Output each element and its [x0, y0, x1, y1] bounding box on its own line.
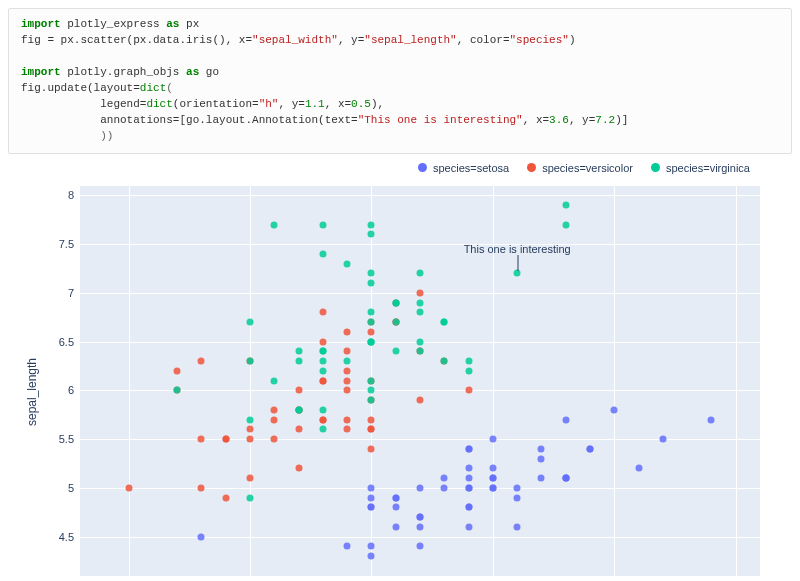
data-point[interactable] — [295, 406, 302, 413]
data-point[interactable] — [417, 338, 424, 345]
scatter-chart[interactable]: species=setosa species=versicolor specie… — [10, 162, 790, 582]
data-point[interactable] — [465, 445, 472, 452]
data-point[interactable] — [417, 523, 424, 530]
data-point[interactable] — [465, 465, 472, 472]
data-point[interactable] — [441, 358, 448, 365]
data-point[interactable] — [635, 465, 642, 472]
data-point[interactable] — [344, 416, 351, 423]
data-point[interactable] — [514, 484, 521, 491]
legend-item-versicolor[interactable]: species=versicolor — [527, 162, 633, 174]
data-point[interactable] — [319, 250, 326, 257]
legend-item-setosa[interactable]: species=setosa — [418, 162, 509, 174]
data-point[interactable] — [247, 416, 254, 423]
data-point[interactable] — [295, 348, 302, 355]
data-point[interactable] — [417, 397, 424, 404]
data-point[interactable] — [562, 416, 569, 423]
data-point[interactable] — [198, 533, 205, 540]
data-point[interactable] — [417, 270, 424, 277]
data-point[interactable] — [417, 348, 424, 355]
data-point[interactable] — [489, 484, 496, 491]
data-point[interactable] — [344, 387, 351, 394]
data-point[interactable] — [198, 358, 205, 365]
data-point[interactable] — [368, 543, 375, 550]
data-point[interactable] — [319, 416, 326, 423]
data-point[interactable] — [441, 484, 448, 491]
data-point[interactable] — [562, 221, 569, 228]
data-point[interactable] — [319, 309, 326, 316]
data-point[interactable] — [465, 387, 472, 394]
data-point[interactable] — [344, 260, 351, 267]
data-point[interactable] — [465, 358, 472, 365]
data-point[interactable] — [319, 358, 326, 365]
data-point[interactable] — [465, 484, 472, 491]
data-point[interactable] — [392, 299, 399, 306]
data-point[interactable] — [368, 280, 375, 287]
plot-area[interactable]: 4.555.566.577.5822.533.544.5This one is … — [80, 186, 760, 576]
data-point[interactable] — [538, 475, 545, 482]
data-point[interactable] — [392, 523, 399, 530]
data-point[interactable] — [271, 436, 278, 443]
data-point[interactable] — [247, 319, 254, 326]
data-point[interactable] — [344, 358, 351, 365]
data-point[interactable] — [247, 358, 254, 365]
data-point[interactable] — [489, 465, 496, 472]
data-point[interactable] — [295, 358, 302, 365]
data-point[interactable] — [247, 475, 254, 482]
data-point[interactable] — [392, 494, 399, 501]
data-point[interactable] — [465, 523, 472, 530]
data-point[interactable] — [368, 221, 375, 228]
data-point[interactable] — [368, 484, 375, 491]
data-point[interactable] — [368, 319, 375, 326]
data-point[interactable] — [587, 445, 594, 452]
data-point[interactable] — [514, 523, 521, 530]
data-point[interactable] — [198, 436, 205, 443]
data-point[interactable] — [562, 475, 569, 482]
data-point[interactable] — [368, 377, 375, 384]
data-point[interactable] — [368, 553, 375, 560]
data-point[interactable] — [538, 455, 545, 462]
data-point[interactable] — [368, 397, 375, 404]
data-point[interactable] — [489, 475, 496, 482]
data-point[interactable] — [174, 387, 181, 394]
data-point[interactable] — [489, 436, 496, 443]
data-point[interactable] — [441, 319, 448, 326]
data-point[interactable] — [271, 377, 278, 384]
data-point[interactable] — [368, 338, 375, 345]
data-point[interactable] — [222, 494, 229, 501]
data-point[interactable] — [368, 445, 375, 452]
legend-item-virginica[interactable]: species=virginica — [651, 162, 750, 174]
data-point[interactable] — [611, 406, 618, 413]
data-point[interactable] — [344, 348, 351, 355]
data-point[interactable] — [368, 231, 375, 238]
data-point[interactable] — [368, 328, 375, 335]
data-point[interactable] — [392, 504, 399, 511]
data-point[interactable] — [319, 338, 326, 345]
data-point[interactable] — [271, 406, 278, 413]
data-point[interactable] — [174, 367, 181, 374]
data-point[interactable] — [319, 367, 326, 374]
data-point[interactable] — [368, 309, 375, 316]
data-point[interactable] — [417, 309, 424, 316]
data-point[interactable] — [465, 475, 472, 482]
data-point[interactable] — [125, 484, 132, 491]
data-point[interactable] — [271, 416, 278, 423]
data-point[interactable] — [344, 367, 351, 374]
data-point[interactable] — [368, 387, 375, 394]
data-point[interactable] — [514, 494, 521, 501]
data-point[interactable] — [247, 426, 254, 433]
data-point[interactable] — [319, 377, 326, 384]
data-point[interactable] — [368, 270, 375, 277]
data-point[interactable] — [368, 494, 375, 501]
data-point[interactable] — [392, 348, 399, 355]
data-point[interactable] — [368, 416, 375, 423]
data-point[interactable] — [222, 436, 229, 443]
data-point[interactable] — [465, 504, 472, 511]
data-point[interactable] — [344, 377, 351, 384]
data-point[interactable] — [247, 436, 254, 443]
data-point[interactable] — [295, 465, 302, 472]
data-point[interactable] — [562, 202, 569, 209]
data-point[interactable] — [659, 436, 666, 443]
data-point[interactable] — [247, 494, 254, 501]
data-point[interactable] — [538, 445, 545, 452]
data-point[interactable] — [319, 348, 326, 355]
